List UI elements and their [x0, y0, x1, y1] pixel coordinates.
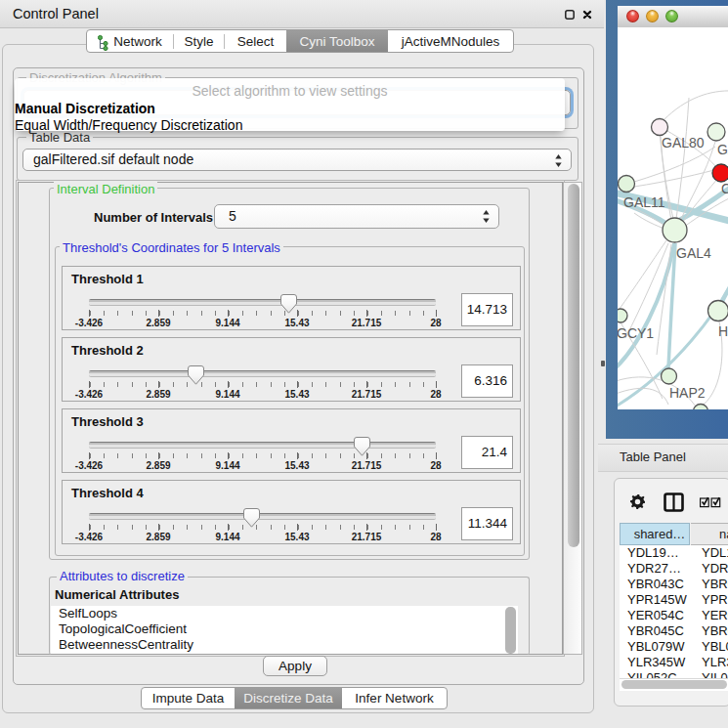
svg-text:C: C — [721, 181, 728, 196]
svg-text:GA: GA — [717, 142, 728, 157]
svg-text:GAL80: GAL80 — [662, 135, 705, 150]
svg-text:GAL4: GAL4 — [676, 245, 711, 261]
svg-text:H: H — [718, 323, 728, 339]
svg-text:HAP2: HAP2 — [669, 385, 706, 401]
svg-text:GCY1: GCY1 — [618, 325, 654, 341]
svg-text:GAL11: GAL11 — [623, 194, 665, 210]
